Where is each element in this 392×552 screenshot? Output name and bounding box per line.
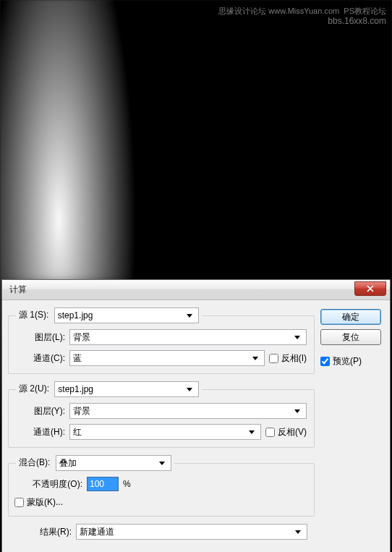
chevron-down-icon [184,309,195,322]
dialog-title: 计算 [9,284,354,296]
source2-file-combo[interactable]: step1.jpg [54,381,199,397]
close-icon [366,285,375,292]
preview-label: 预览(P) [333,355,362,368]
source2-legend: 源 2(U): step1.jpg [16,381,202,397]
source1-file-value: step1.jpg [58,310,93,320]
opacity-input[interactable] [87,477,119,491]
checkbox-input[interactable] [320,357,330,366]
result-combo[interactable]: 新建通道 [76,524,307,540]
source2-layer-combo[interactable]: 背景 [69,403,307,419]
source1-layer-label: 图层(L): [16,331,65,344]
chevron-down-icon [291,331,303,344]
result-value: 新建通道 [80,526,114,538]
mask-label: 蒙版(K)... [27,496,63,509]
source1-group: 源 1(S): step1.jpg 图层(L): 背景 通道(C): [8,307,315,374]
source1-layer-value: 背景 [73,331,90,344]
source2-layer-label: 图层(Y): [16,405,65,417]
source2-file-value: step1.jpg [58,384,93,394]
source2-channel-label: 通道(H): [16,426,65,438]
chevron-down-icon [292,525,304,538]
source2-channel-value: 红 [73,426,82,438]
source2-invert-checkbox[interactable]: 反相(V) [265,426,307,438]
source2-channel-combo[interactable]: 红 [69,424,261,440]
checkbox-input[interactable] [269,354,278,363]
blending-legend: 混合(B): 叠加 [16,455,174,471]
source1-channel-label: 通道(C): [16,352,65,365]
source1-invert-label: 反相(I) [281,352,307,365]
source2-invert-label: 反相(V) [278,426,307,438]
percent-label: % [123,479,131,489]
source2-group: 源 2(U): step1.jpg 图层(Y): 背景 通道(H): [8,381,315,448]
reset-button[interactable]: 复位 [320,329,381,345]
blending-mode-combo[interactable]: 叠加 [56,455,171,471]
mask-checkbox[interactable]: 蒙版(K)... [14,496,63,509]
source1-channel-combo[interactable]: 蓝 [69,350,265,366]
result-label: 结果(R): [15,526,72,538]
chevron-down-icon [246,425,257,438]
blending-group: 混合(B): 叠加 不透明度(O): % 蒙版(K)... [8,455,315,517]
opacity-label: 不透明度(O): [16,478,82,491]
calculations-dialog: 计算 源 1(S): step1.jpg 图层(L): 背景 [1,279,391,552]
chevron-down-icon [184,383,195,396]
source1-legend: 源 1(S): step1.jpg [16,307,202,323]
checkbox-input[interactable] [14,498,24,507]
source1-layer-combo[interactable]: 背景 [69,329,307,345]
chevron-down-icon [291,404,303,417]
titlebar[interactable]: 计算 [2,280,390,300]
chevron-down-icon [156,457,168,470]
close-button[interactable] [354,281,386,296]
source1-channel-value: 蓝 [73,352,82,365]
preview-checkbox[interactable]: 预览(P) [320,355,381,368]
checkbox-input[interactable] [265,428,275,437]
blending-mode-value: 叠加 [59,457,77,470]
watermark: 思缘设计论坛 www.MissYuan.com PS教程论坛 bbs.16xx8… [218,6,386,27]
source1-invert-checkbox[interactable]: 反相(I) [269,352,307,365]
source1-file-combo[interactable]: step1.jpg [54,307,199,323]
source2-layer-value: 背景 [73,405,90,417]
ok-button[interactable]: 确定 [320,309,381,325]
chevron-down-icon [250,352,261,365]
